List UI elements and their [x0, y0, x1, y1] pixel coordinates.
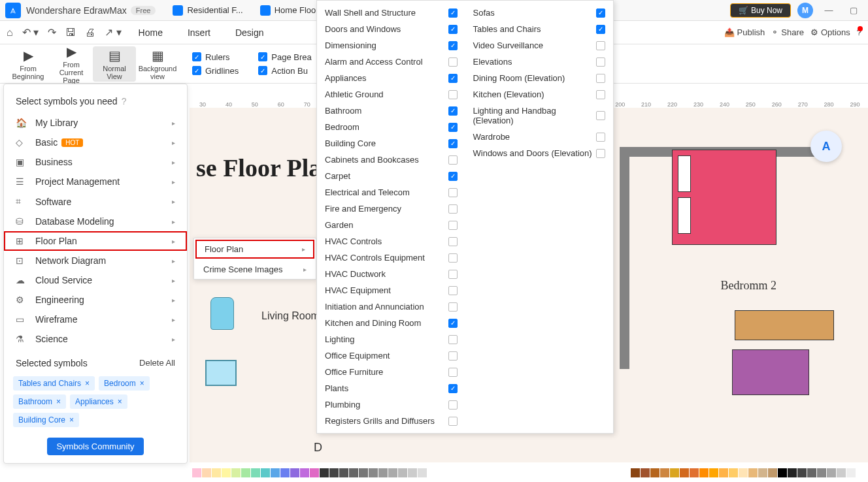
checkbox[interactable]: [448, 400, 458, 410]
color-swatch[interactable]: [329, 468, 339, 477]
check-building-core[interactable]: Building Core✓: [317, 135, 465, 152]
checkbox[interactable]: ✓: [448, 74, 458, 83]
color-swatch[interactable]: [241, 468, 250, 477]
color-swatch[interactable]: [846, 468, 856, 477]
checkbox[interactable]: ✓: [448, 123, 458, 132]
color-swatch[interactable]: [359, 468, 368, 477]
color-swatch[interactable]: [310, 468, 319, 477]
check-kitchen-and-dining-room[interactable]: Kitchen and Dining Room✓: [317, 315, 465, 331]
menu-design[interactable]: Design: [227, 25, 272, 40]
checkbox[interactable]: [596, 41, 605, 50]
check-windows-and-doors-elevation-[interactable]: Windows and Doors (Elevation): [465, 145, 614, 161]
ai-badge[interactable]: A: [810, 131, 842, 162]
check-sofas[interactable]: Sofas✓: [465, 5, 614, 21]
save-icon[interactable]: 🖫: [65, 27, 76, 39]
checkbox[interactable]: ✓: [448, 384, 458, 393]
remove-tag-icon[interactable]: ×: [140, 379, 144, 388]
check-doors-and-windows[interactable]: Doors and Windows✓: [317, 21, 465, 37]
color-swatch[interactable]: [280, 468, 290, 477]
wardrobe-shape[interactable]: [735, 310, 834, 340]
check-elevations[interactable]: Elevations: [465, 54, 614, 70]
checkbox[interactable]: [448, 253, 458, 263]
checkbox[interactable]: ✓: [448, 8, 458, 18]
checkbox[interactable]: [448, 302, 458, 312]
from-current-button[interactable]: ▶From Current Page: [50, 42, 93, 86]
check-kitchen-elevation-[interactable]: Kitchen (Elevation): [465, 86, 614, 103]
category-floor-plan[interactable]: ⊞Floor Plan▸: [4, 231, 187, 251]
check-office-furniture[interactable]: Office Furniture: [317, 364, 465, 380]
check-hvac-controls-equipment[interactable]: HVAC Controls Equipment: [317, 249, 465, 266]
color-swatch[interactable]: [690, 468, 699, 477]
checkbox[interactable]: [448, 237, 458, 246]
background-view-button[interactable]: ▦Background view: [136, 46, 179, 82]
color-swatch[interactable]: [261, 468, 270, 477]
color-swatch[interactable]: [739, 468, 748, 477]
tag-building-core[interactable]: Building Core ×: [13, 413, 79, 427]
color-swatch[interactable]: [748, 468, 758, 477]
color-swatch[interactable]: [192, 468, 201, 477]
checkbox[interactable]: ✓: [448, 41, 458, 50]
color-swatch[interactable]: [271, 468, 280, 477]
check-wall-shell-and-structure[interactable]: Wall Shell and Structure✓: [317, 5, 465, 21]
color-swatch[interactable]: [699, 468, 709, 477]
check-cabinets-and-bookcases[interactable]: Cabinets and Bookcases: [317, 152, 465, 168]
check-office-equipment[interactable]: Office Equipment: [317, 347, 465, 364]
check-bathroom[interactable]: Bathroom✓: [317, 103, 465, 119]
check-tables-and-chairs[interactable]: Tables and Chairs✓: [465, 21, 614, 37]
color-swatch[interactable]: [349, 468, 358, 477]
maximize-icon[interactable]: ▢: [844, 1, 863, 20]
publish-button[interactable]: 📤 Publish: [724, 27, 765, 37]
color-swatch[interactable]: [660, 468, 669, 477]
checkbox[interactable]: [448, 90, 458, 99]
remove-tag-icon[interactable]: ×: [69, 415, 74, 425]
checkbox[interactable]: [448, 270, 458, 279]
check-bedroom[interactable]: Bedroom✓: [317, 119, 465, 135]
checkbox[interactable]: [448, 204, 458, 214]
category-engineering[interactable]: ⚙Engineering▸: [4, 290, 187, 310]
category-business[interactable]: ▣Business▸: [4, 152, 187, 172]
checkbox[interactable]: [596, 111, 605, 120]
color-swatch[interactable]: [827, 468, 836, 477]
actionbutton-checkbox[interactable]: ✓: [258, 66, 267, 75]
checkbox[interactable]: ✓: [596, 8, 605, 18]
color-swatch[interactable]: [378, 468, 388, 477]
tag-bathroom[interactable]: Bathroom ×: [13, 394, 66, 409]
color-swatch[interactable]: [837, 468, 846, 477]
checkbox[interactable]: [448, 351, 458, 361]
pagebreak-checkbox[interactable]: ✓: [258, 52, 267, 61]
color-swatch[interactable]: [418, 468, 427, 477]
category-basic[interactable]: ◇BasicHOT▸: [4, 133, 187, 152]
color-swatch[interactable]: [251, 468, 260, 477]
rulers-checkbox[interactable]: ✓: [192, 52, 201, 61]
symbols-community-button[interactable]: Symbols Community: [47, 438, 143, 455]
checkbox[interactable]: [448, 188, 458, 197]
check-electrical-and-telecom[interactable]: Electrical and Telecom: [317, 184, 465, 201]
check-lighting-and-handbag-elevation-[interactable]: Lighting and Handbag (Elevation): [465, 103, 614, 129]
checkbox[interactable]: [596, 90, 605, 99]
color-swatch[interactable]: [300, 468, 309, 477]
color-swatch[interactable]: [807, 468, 816, 477]
check-hvac-equipment[interactable]: HVAC Equipment: [317, 282, 465, 298]
color-swatch[interactable]: [650, 468, 659, 477]
category-cloud-service[interactable]: ☁Cloud Service▸: [4, 270, 187, 290]
help-icon[interactable]: ?: [857, 27, 861, 37]
color-swatch[interactable]: [320, 468, 329, 477]
print-icon[interactable]: 🖨: [85, 27, 95, 39]
color-swatch[interactable]: [339, 468, 348, 477]
checkbox[interactable]: ✓: [448, 106, 458, 116]
normal-view-button[interactable]: ▤Normal View: [93, 46, 136, 82]
color-swatch[interactable]: [212, 468, 221, 477]
minimize-icon[interactable]: —: [820, 1, 838, 20]
color-swatch[interactable]: [797, 468, 807, 477]
tab-residential[interactable]: Residential F...: [166, 3, 249, 18]
check-wardrobe[interactable]: Wardrobe: [465, 129, 614, 145]
delete-all-button[interactable]: Delete All: [139, 358, 175, 368]
color-swatch[interactable]: [408, 468, 417, 477]
color-swatch[interactable]: [778, 468, 787, 477]
submenu-crime-scene-images[interactable]: Crime Scene Images▸: [194, 260, 316, 279]
check-hvac-ductwork[interactable]: HVAC Ductwork: [317, 266, 465, 282]
color-swatch[interactable]: [670, 468, 679, 477]
bed2-shape[interactable]: [732, 349, 809, 395]
check-plants[interactable]: Plants✓: [317, 380, 465, 396]
check-dining-room-elevation-[interactable]: Dining Room (Elevation): [465, 70, 614, 86]
